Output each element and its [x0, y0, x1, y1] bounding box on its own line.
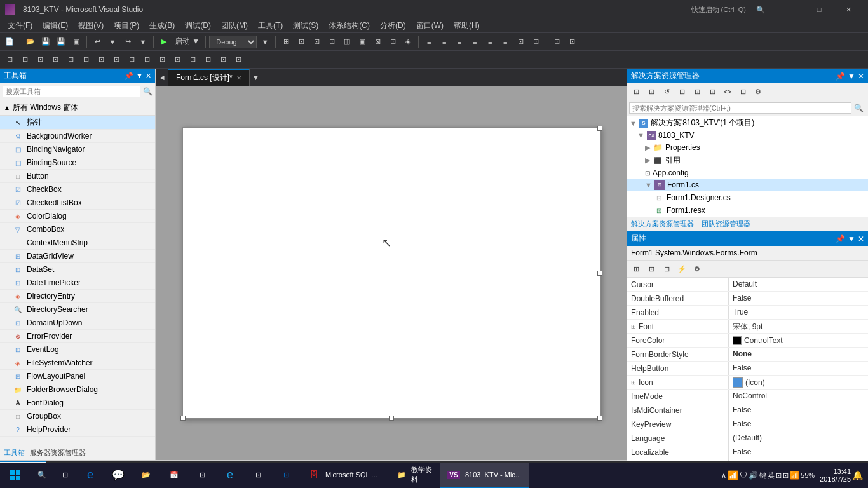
toolbox-item-button[interactable]: □ Button — [0, 170, 155, 183]
toolbox-item-contextmenu[interactable]: ☰ ContextMenuStrip — [0, 236, 155, 250]
se-item-form1resx[interactable]: ⊡ Form1.resx — [627, 204, 868, 217]
prop-value-localizable[interactable]: False — [729, 445, 868, 459]
taskbar-files[interactable]: 📂 — [132, 463, 160, 488]
tb2-btn-11[interactable]: ⊡ — [155, 53, 169, 67]
prop-properties-btn[interactable]: ⊡ — [660, 262, 674, 275]
tb-btn-o[interactable]: ≡ — [498, 35, 512, 49]
toolbox-item-flowlayoutpanel[interactable]: ⊞ FlowLayoutPanel — [0, 370, 155, 383]
se-close-btn[interactable]: ✕ — [858, 72, 864, 81]
tb-btn-b[interactable]: ⊡ — [294, 35, 308, 49]
toolbox-arrow-btn[interactable]: ▼ — [136, 72, 143, 80]
tb-btn-n[interactable]: ≡ — [483, 35, 497, 49]
tb2-btn-14[interactable]: ⊡ — [201, 53, 215, 67]
toolbox-item-datagridview[interactable]: ⊞ DataGridView — [0, 250, 155, 263]
icon-expand-btn[interactable]: ⊞ — [631, 379, 636, 386]
toolbox-item-fontdialog[interactable]: A FontDialog — [0, 396, 155, 410]
redo-btn[interactable]: ↪ — [121, 35, 135, 49]
se-refresh-btn[interactable]: ↺ — [660, 85, 674, 98]
menu-item-C[interactable]: 体系结构(C) — [323, 19, 375, 33]
prop-value-cursor[interactable]: Default — [729, 278, 868, 291]
resize-handle-bl[interactable] — [180, 416, 186, 421]
tb2-btn-6[interactable]: ⊡ — [79, 53, 93, 67]
se-item-solution[interactable]: ▼ S 解决方案'8103_KTV'(1 个项目) — [627, 116, 868, 130]
tb-btn-m[interactable]: ≡ — [468, 35, 482, 49]
menu-item-P[interactable]: 项目(P) — [109, 19, 144, 33]
se-item-references[interactable]: ▶ ⬛ 引用 — [627, 154, 868, 167]
toolbox-item-domainupdown[interactable]: ⊡ DomainUpDown — [0, 316, 155, 330]
taskbar-ie[interactable]: e — [216, 463, 244, 488]
tb2-btn-9[interactable]: ⊡ — [125, 53, 139, 67]
font-expand-btn[interactable]: ⊞ — [631, 323, 636, 330]
se-pin-btn[interactable]: 📌 — [836, 72, 845, 81]
quick-launch-icon[interactable]: 🔍 — [756, 6, 765, 14]
se-item-appconfig[interactable]: ⊡ App.config — [627, 167, 868, 179]
tb-btn-k[interactable]: ≡ — [437, 35, 451, 49]
taskbar-search[interactable]: 🔍 — [31, 463, 53, 488]
menu-item-M[interactable]: 团队(M) — [216, 19, 253, 33]
tab-close-icon[interactable]: ✕ — [236, 74, 241, 81]
toolbox-pin-btn[interactable]: 📌 — [125, 72, 133, 80]
toolbox-item-groupbox[interactable]: □ GroupBox — [0, 410, 155, 423]
taskbar-app6[interactable]: ⊡ — [188, 463, 216, 488]
tb-btn-r[interactable]: ⊡ — [550, 35, 564, 49]
menu-item-F[interactable]: 文件(F) — [3, 19, 37, 33]
tb2-btn-3[interactable]: ⊡ — [33, 53, 47, 67]
toolbox-item-checkedlistbox[interactable]: ☑ CheckedListBox — [0, 196, 155, 210]
tb2-btn-5[interactable]: ⊡ — [64, 53, 78, 67]
se-show-all-btn[interactable]: ⊡ — [644, 85, 658, 98]
se-designer-btn[interactable]: ⊡ — [736, 85, 750, 98]
start-label[interactable]: 启动 ▼ — [172, 36, 202, 47]
tb2-btn-13[interactable]: ⊡ — [186, 53, 200, 67]
menu-item-H[interactable]: 帮助(H) — [449, 19, 485, 33]
se-footer-tab-solution[interactable]: 解决方案资源管理器 — [631, 219, 694, 229]
menu-item-W[interactable]: 窗口(W) — [411, 19, 449, 33]
prop-events-btn[interactable]: ⚡ — [675, 262, 689, 275]
btn3[interactable]: ▣ — [69, 35, 83, 49]
save-all-btn[interactable]: 💾 — [54, 35, 68, 49]
se-footer-tab-team[interactable]: 团队资源管理器 — [702, 219, 750, 229]
prop-search-btn[interactable]: ⚙ — [690, 262, 704, 275]
se-properties-btn[interactable]: ⊡ — [629, 85, 643, 98]
menu-item-D[interactable]: 调试(D) — [180, 19, 216, 33]
save-btn[interactable]: 💾 — [39, 35, 53, 49]
input-method-label[interactable]: 键 — [759, 471, 766, 480]
taskbar-wechat[interactable]: 💬 — [104, 463, 132, 488]
config-dropdown-btn[interactable]: ▼ — [258, 35, 272, 49]
minimize-button[interactable]: ─ — [775, 0, 804, 19]
menu-item-S[interactable]: 测试(S) — [288, 19, 323, 33]
prop-value-helpbutton[interactable]: False — [729, 362, 868, 375]
resize-handle-mr[interactable] — [597, 271, 602, 276]
tb2-btn-7[interactable]: ⊡ — [94, 53, 108, 67]
taskbar-vs[interactable]: VS 8103_KTV - Mic... — [440, 463, 529, 488]
se-search-icon[interactable]: 🔍 — [851, 104, 866, 112]
menu-item-T[interactable]: 工具(T) — [253, 19, 288, 33]
tab-scroll-right[interactable]: ▼ — [250, 73, 262, 82]
toolbox-item-folderbrowserdialog[interactable]: 📁 FolderBrowserDialog — [0, 383, 155, 396]
menu-item-V[interactable]: 视图(V) — [73, 19, 109, 33]
designer-area[interactable]: ↖ — [156, 86, 627, 460]
taskbar-jiaoxue[interactable]: 📁 教学资料 — [389, 463, 440, 488]
se-sync-btn[interactable]: ⊡ — [705, 85, 719, 98]
prop-value-enabled[interactable]: True — [729, 306, 868, 319]
prop-value-imemode[interactable]: NoControl — [729, 390, 868, 403]
toolbox-search-icon[interactable]: 🔍 — [143, 87, 153, 96]
toolbox-item-directoryentry[interactable]: ◈ DirectoryEntry — [0, 290, 155, 303]
prop-close-btn[interactable]: ✕ — [858, 234, 864, 243]
tb-btn-f[interactable]: ▣ — [355, 35, 369, 49]
taskbar-app9[interactable]: ⊡ — [272, 463, 300, 488]
system-clock[interactable]: 13:41 2018/7/25 — [820, 468, 851, 483]
tb-btn-p[interactable]: ⊡ — [513, 35, 527, 49]
se-search-input[interactable] — [629, 102, 851, 114]
prop-value-language[interactable]: (Default) — [729, 431, 868, 445]
resize-handle-br[interactable] — [597, 416, 602, 421]
toolbox-item-bindsrc[interactable]: ◫ BindingSource — [0, 156, 155, 170]
notification-icon[interactable]: 🔔 — [852, 470, 863, 480]
prop-alphabetical-btn[interactable]: ⊡ — [644, 262, 658, 275]
tb2-btn-1[interactable]: ⊡ — [3, 53, 17, 67]
tab-scroll-left[interactable]: ◄ — [156, 73, 168, 82]
toolbox-item-dataset[interactable]: ⊡ DataSet — [0, 263, 155, 276]
toolbox-item-colordialog[interactable]: ◈ ColorDialog — [0, 210, 155, 223]
toolbox-item-checkbox[interactable]: ☑ CheckBox — [0, 183, 155, 196]
extra-icon-1[interactable]: ⊡ — [776, 471, 782, 480]
se-item-form1cs[interactable]: ▼ ⊡ Form1.cs — [627, 179, 868, 191]
